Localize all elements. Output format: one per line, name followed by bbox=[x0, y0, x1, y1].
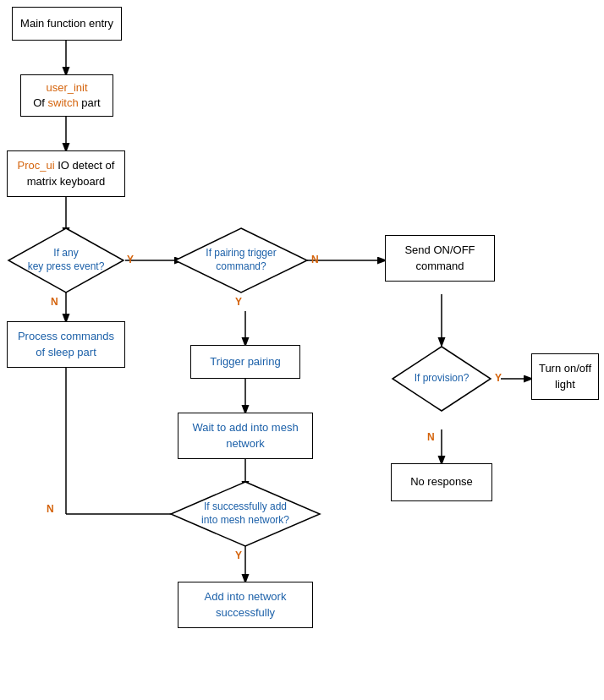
main-entry-label: Main function entry bbox=[20, 17, 113, 31]
main-entry-box: Main function entry bbox=[12, 7, 122, 41]
loop-n-label: N bbox=[47, 503, 54, 515]
turn-onoff-label: Turn on/offlight bbox=[539, 361, 591, 391]
provision-n-label: N bbox=[427, 431, 435, 443]
wait-add-label: Wait to add into meshnetwork bbox=[192, 420, 298, 451]
success-y-label: Y bbox=[235, 550, 242, 561]
no-response-label: No response bbox=[410, 475, 473, 489]
trigger-pairing-box: Trigger pairing bbox=[190, 345, 300, 379]
proc-ui-box: Proc_ui IO detect ofmatrix keyboard bbox=[7, 150, 125, 197]
send-onoff-box: Send ON/OFFcommand bbox=[385, 235, 495, 282]
no-response-box: No response bbox=[391, 463, 492, 501]
provision-y-label: Y bbox=[495, 372, 502, 384]
if-provision-diamond: If provision? bbox=[391, 345, 492, 413]
send-onoff-label: Send ON/OFFcommand bbox=[404, 243, 475, 273]
pairing-n-label: N bbox=[311, 254, 319, 265]
process-sleep-box: Process commandsof sleep part bbox=[7, 321, 125, 368]
key-press-n-label: N bbox=[51, 296, 58, 308]
user-init-label: user_init Of switch part bbox=[33, 80, 100, 111]
trigger-pairing-label: Trigger pairing bbox=[210, 355, 280, 369]
add-success-box: Add into networksuccessfully bbox=[178, 582, 313, 628]
process-sleep-label: Process commandsof sleep part bbox=[18, 329, 114, 359]
if-success-diamond: If successfully addinto mesh network? bbox=[169, 480, 321, 548]
key-press-y-label: Y bbox=[127, 254, 134, 265]
if-pairing-diamond: If pairing triggercommand? bbox=[173, 227, 309, 294]
proc-ui-label: Proc_ui IO detect ofmatrix keyboard bbox=[18, 158, 115, 189]
user-init-box: user_init Of switch part bbox=[20, 74, 113, 117]
wait-add-box: Wait to add into meshnetwork bbox=[178, 413, 313, 459]
add-success-label: Add into networksuccessfully bbox=[205, 589, 287, 620]
turn-onoff-box: Turn on/offlight bbox=[531, 353, 599, 400]
if-key-press-diamond: If anykey press event? bbox=[7, 227, 125, 294]
flowchart: Main function entry user_init Of switch … bbox=[0, 0, 604, 700]
pairing-y-label: Y bbox=[235, 296, 242, 308]
